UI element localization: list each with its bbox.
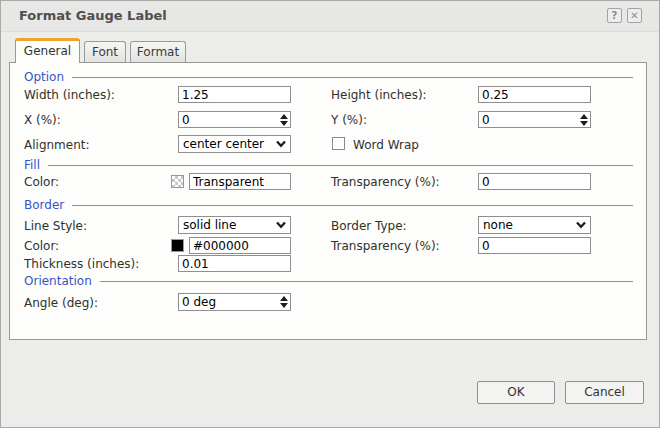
width-input[interactable] — [178, 86, 291, 103]
spinner-down-icon — [280, 121, 288, 126]
tab-font-label: Font — [92, 45, 118, 59]
height-label: Height (inches): — [331, 87, 427, 103]
general-tab-panel: Option Width (inches): Height (inches): … — [9, 62, 647, 340]
border-transparency-label: Transparency (%): — [331, 238, 440, 254]
cancel-button[interactable]: Cancel — [565, 381, 644, 404]
x-percent-value: 0 — [179, 113, 278, 127]
section-border: Border — [24, 198, 633, 212]
alignment-value: center center — [179, 137, 272, 151]
height-input[interactable] — [478, 86, 591, 103]
fill-color-label: Color: — [24, 174, 59, 190]
section-fill: Fill — [24, 158, 633, 172]
line-style-label: Line Style: — [24, 218, 87, 234]
width-label: Width (inches): — [24, 87, 115, 103]
border-type-value: none — [479, 218, 572, 232]
line-style-select[interactable]: solid line — [178, 216, 291, 234]
tab-general-label: General — [24, 44, 71, 58]
border-color-swatch[interactable] — [171, 239, 184, 252]
section-option: Option — [24, 70, 633, 84]
section-border-rule — [72, 205, 633, 206]
thickness-input[interactable] — [178, 255, 291, 272]
tab-font[interactable]: Font — [84, 41, 126, 62]
section-border-title: Border — [24, 198, 64, 212]
border-color-input[interactable] — [189, 237, 291, 254]
border-type-label: Border Type: — [331, 218, 407, 234]
y-percent-spin-buttons[interactable] — [578, 112, 590, 127]
y-percent-label: Y (%): — [331, 112, 367, 128]
section-fill-rule — [48, 165, 633, 166]
alignment-select[interactable]: center center — [178, 135, 291, 153]
ok-button[interactable]: OK — [477, 381, 555, 404]
border-type-select[interactable]: none — [478, 216, 591, 234]
y-percent-stepper[interactable]: 0 — [478, 111, 591, 128]
help-button[interactable]: ? — [607, 8, 622, 23]
tab-general[interactable]: General — [15, 38, 80, 63]
fill-transparency-input[interactable] — [478, 173, 591, 190]
format-gauge-label-dialog: Format Gauge Label ? ✕ General Font Form… — [0, 0, 660, 428]
alignment-label: Alignment: — [24, 137, 90, 153]
word-wrap-checkbox[interactable] — [332, 137, 345, 150]
chevron-down-icon — [572, 221, 590, 229]
x-percent-stepper[interactable]: 0 — [178, 111, 291, 128]
angle-value: 0 deg — [179, 295, 278, 309]
tab-format-label: Format — [137, 45, 179, 59]
fill-transparency-label: Transparency (%): — [331, 174, 440, 190]
angle-stepper[interactable]: 0 deg — [178, 293, 291, 311]
help-icon: ? — [612, 10, 618, 21]
spinner-down-icon — [280, 303, 288, 308]
close-icon: ✕ — [630, 10, 638, 21]
spinner-up-icon — [280, 296, 288, 301]
line-style-value: solid line — [179, 218, 272, 232]
section-orientation-rule — [100, 281, 633, 282]
section-orientation: Orientation — [24, 274, 633, 288]
spinner-up-icon — [580, 114, 588, 119]
dialog-title: Format Gauge Label — [19, 8, 167, 23]
angle-spin-buttons[interactable] — [278, 294, 290, 310]
chevron-down-icon — [272, 221, 290, 229]
x-percent-label: X (%): — [24, 112, 61, 128]
spinner-up-icon — [280, 114, 288, 119]
thickness-label: Thickness (inches): — [24, 256, 139, 272]
chevron-down-icon — [272, 140, 290, 148]
angle-label: Angle (deg): — [24, 295, 98, 311]
border-color-label: Color: — [24, 238, 59, 254]
section-option-rule — [72, 77, 633, 78]
section-option-title: Option — [24, 70, 64, 84]
close-button[interactable]: ✕ — [627, 8, 642, 23]
border-transparency-input[interactable] — [478, 237, 591, 254]
word-wrap-label: Word Wrap — [353, 137, 419, 153]
spinner-down-icon — [580, 121, 588, 126]
tab-format[interactable]: Format — [130, 41, 186, 62]
x-percent-spin-buttons[interactable] — [278, 112, 290, 127]
y-percent-value: 0 — [479, 113, 578, 127]
fill-color-swatch[interactable] — [171, 175, 184, 188]
section-fill-title: Fill — [24, 158, 40, 172]
section-orientation-title: Orientation — [24, 274, 92, 288]
dialog-titlebar: Format Gauge Label ? ✕ — [1, 1, 659, 32]
fill-color-input[interactable] — [189, 173, 291, 190]
